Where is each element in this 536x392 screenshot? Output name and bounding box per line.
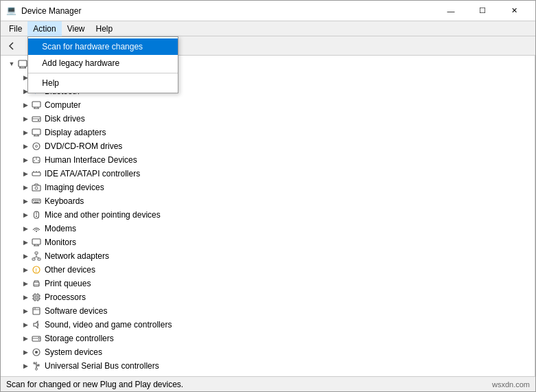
tree-item-mice[interactable]: ▶ Mice and other pointing devices: [1, 208, 535, 222]
action-scan[interactable]: Scan for hardware changes: [28, 38, 178, 55]
tree-item-ide[interactable]: ▶ IDE ATA/ATAPI controllers: [1, 167, 535, 181]
svg-rect-59: [34, 282, 39, 286]
menu-action-label: Action: [33, 24, 56, 34]
tree-monitors-label: Monitors: [45, 238, 76, 247]
tree-modems-icon: [31, 223, 42, 234]
tree-software-arrow: ▶: [20, 305, 31, 316]
tree-item-display[interactable]: ▶ Display adapters: [1, 126, 535, 139]
tree-item-keyboards[interactable]: ▶ Keyboards: [1, 194, 535, 208]
svg-rect-71: [33, 308, 40, 314]
svg-point-30: [38, 160, 39, 161]
tree-disk-label: Disk drives: [45, 114, 85, 124]
menu-help[interactable]: Help: [91, 21, 119, 36]
tree-other-icon: !: [31, 264, 42, 275]
tree-imaging-arrow: ▶: [20, 182, 31, 193]
tree-item-system[interactable]: ▶ System devices: [1, 345, 535, 359]
tree-modems-label: Modems: [45, 224, 76, 233]
title-bar-left: 💻 Device Manager: [6, 5, 81, 16]
toolbar-back[interactable]: [3, 38, 20, 54]
tree-item-computer[interactable]: ▶ Computer: [1, 98, 535, 112]
tree-network-label: Network adapters: [45, 251, 109, 261]
tree-modems-arrow: ▶: [20, 223, 31, 234]
tree-print-label: Print queues: [45, 279, 91, 288]
status-text: Scan for changed or new Plug and Play de…: [6, 380, 183, 389]
device-tree[interactable]: ▼ WIN-PC ▶ Batteries ▶ Bluetooth: [1, 56, 535, 376]
main-content: ▼ WIN-PC ▶ Batteries ▶ Bluetooth: [1, 56, 535, 376]
tree-processors-label: Processors: [45, 292, 86, 302]
tree-hid-icon: [31, 154, 42, 165]
tree-ide-label: IDE ATA/ATAPI controllers: [45, 169, 140, 178]
menu-action[interactable]: Action: [27, 21, 61, 36]
main-window: 💻 Device Manager — ☐ ✕ File Action Scan …: [0, 0, 536, 392]
minimize-button[interactable]: —: [435, 1, 467, 21]
title-controls: — ☐ ✕: [435, 1, 530, 21]
tree-network-arrow: ▶: [20, 251, 31, 262]
svg-point-26: [36, 146, 38, 148]
tree-mice-icon: [31, 209, 42, 220]
svg-text:!: !: [36, 267, 38, 274]
tree-item-storage[interactable]: ▶ Storage controllers: [1, 332, 535, 345]
tree-usb-arrow: ▶: [20, 360, 31, 371]
tree-dvd-icon: [31, 141, 42, 152]
tree-item-disk-drives[interactable]: ▶ Disk drives: [1, 112, 535, 126]
tree-sound-icon: [31, 319, 42, 330]
tree-monitors-arrow: ▶: [20, 237, 31, 248]
tree-item-monitors[interactable]: ▶ Monitors: [1, 235, 535, 249]
tree-item-dvd[interactable]: ▶ DVD/CD-ROM drives: [1, 139, 535, 153]
maximize-button[interactable]: ☐: [467, 1, 498, 21]
tree-display-icon: [31, 127, 42, 138]
svg-rect-41: [38, 200, 40, 202]
window-title: Device Manager: [21, 6, 81, 16]
tree-processors-icon: [31, 292, 42, 303]
svg-point-77: [38, 339, 40, 341]
tree-hid-label: Human Interface Devices: [45, 155, 137, 165]
action-help-label: Help: [42, 78, 59, 88]
svg-rect-47: [32, 239, 40, 244]
svg-rect-40: [37, 200, 38, 202]
tree-item-hid[interactable]: ▶ Human Interface Devices: [1, 153, 535, 167]
menu-file[interactable]: File: [3, 21, 27, 36]
tree-software-icon: [31, 305, 42, 316]
tree-mice-arrow: ▶: [20, 209, 31, 220]
tree-software-label: Software devices: [45, 306, 107, 316]
tree-system-label: System devices: [45, 347, 102, 357]
tree-dvd-arrow: ▶: [20, 141, 31, 152]
tree-item-network[interactable]: ▶ Network adapters: [1, 249, 535, 263]
tree-hid-arrow: ▶: [20, 154, 31, 165]
svg-rect-39: [35, 200, 36, 202]
tree-print-arrow: ▶: [20, 278, 31, 289]
action-menu-container: Action Scan for hardware changes Add leg…: [27, 21, 61, 36]
tree-computer-label: Computer: [45, 100, 81, 110]
tree-item-modems[interactable]: ▶ Modems: [1, 222, 535, 235]
action-help[interactable]: Help: [28, 75, 178, 91]
tree-usb-icon: [31, 360, 42, 371]
tree-other-arrow: ▶: [20, 264, 31, 275]
svg-rect-8: [19, 60, 27, 67]
tree-item-processors[interactable]: ▶ Processors: [1, 290, 535, 304]
tree-display-arrow: ▶: [20, 127, 31, 138]
tree-item-sound[interactable]: ▶ Sound, video and game controllers: [1, 318, 535, 332]
tree-computer-icon: [31, 100, 42, 111]
tree-item-software[interactable]: ▶ Software devices: [1, 304, 535, 318]
tree-system-icon: [31, 347, 42, 358]
tree-print-icon: [31, 278, 42, 289]
tree-mice-label: Mice and other pointing devices: [45, 210, 161, 220]
svg-point-25: [33, 143, 40, 150]
svg-rect-53: [38, 258, 40, 260]
action-add-legacy[interactable]: Add legacy hardware: [28, 55, 178, 71]
svg-point-76: [38, 337, 40, 338]
tree-item-print[interactable]: ▶ Print queues: [1, 277, 535, 290]
svg-point-36: [35, 187, 38, 189]
tree-item-other[interactable]: ▶ ! Other devices: [1, 263, 535, 277]
svg-point-45: [36, 216, 37, 217]
menu-view[interactable]: View: [62, 21, 91, 36]
tree-computer-arrow: ▶: [20, 100, 31, 111]
tree-disk-icon: [31, 113, 42, 124]
tree-item-usb[interactable]: ▶ Universal Serial Bus controllers: [1, 359, 535, 373]
tree-disk-arrow: ▶: [20, 113, 31, 124]
tree-system-arrow: ▶: [20, 347, 31, 358]
tree-item-imaging[interactable]: ▶ Imaging devices: [1, 181, 535, 194]
close-button[interactable]: ✕: [498, 1, 530, 21]
title-bar: 💻 Device Manager — ☐ ✕: [1, 1, 535, 21]
svg-rect-35: [32, 185, 40, 191]
